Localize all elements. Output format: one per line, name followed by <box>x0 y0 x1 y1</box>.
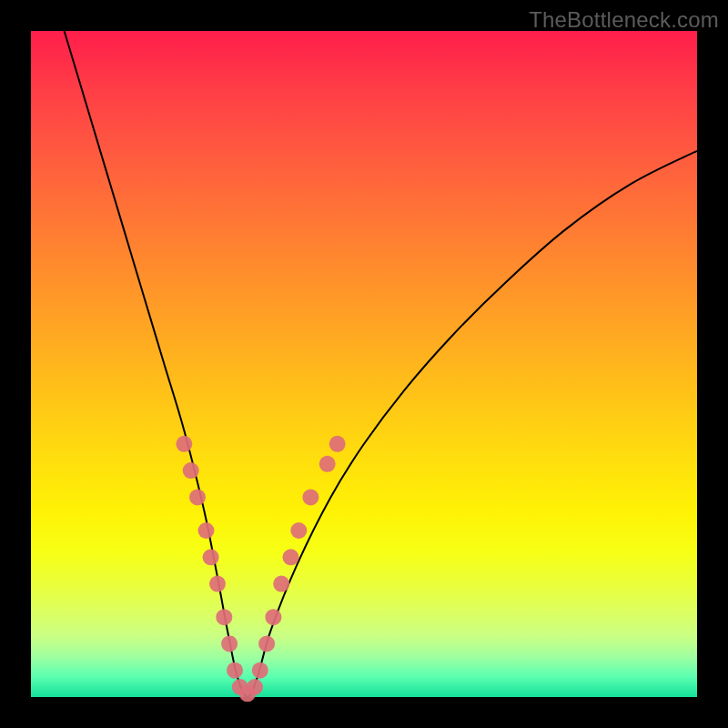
data-point <box>290 522 307 539</box>
data-point <box>227 662 243 679</box>
data-point <box>247 679 263 695</box>
data-point <box>203 549 219 565</box>
watermark-text: TheBottleneck.com <box>529 7 719 33</box>
data-point <box>221 635 238 652</box>
bottleneck-curve <box>65 31 697 697</box>
data-point <box>283 549 299 565</box>
chart-svg <box>31 31 697 697</box>
data-point <box>189 489 206 505</box>
data-point <box>265 609 281 625</box>
data-point <box>216 609 232 625</box>
chart-frame: TheBottleneck.com <box>0 0 728 728</box>
data-point <box>176 436 192 452</box>
data-point <box>302 489 318 505</box>
data-point <box>319 456 336 472</box>
plot-area <box>31 31 697 697</box>
data-point <box>273 576 289 592</box>
data-point <box>209 576 226 592</box>
marker-group <box>176 436 345 703</box>
data-point <box>252 662 268 679</box>
data-point <box>258 635 275 652</box>
data-point <box>329 436 346 452</box>
data-point <box>198 522 215 539</box>
data-point <box>183 462 199 479</box>
